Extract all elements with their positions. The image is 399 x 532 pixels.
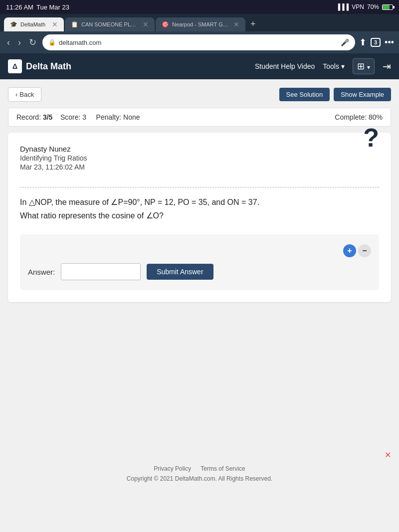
back-button-label: Back xyxy=(19,91,34,98)
status-time: 11:26 AM xyxy=(6,3,33,11)
tab-cansomeone-title: CAN SOMEONE PLEASE xyxy=(81,21,140,27)
status-bar: 11:26 AM Tue Mar 23 ▐▐▐ VPN 70% xyxy=(0,0,399,14)
tab-cansomeone-icon: 📋 xyxy=(71,21,78,28)
status-bar-right: ▐▐▐ VPN 70% xyxy=(336,3,393,10)
answer-input[interactable] xyxy=(61,263,141,280)
student-help-video-button[interactable]: Student Help Video xyxy=(255,62,315,70)
calculator-arrow: ▾ xyxy=(367,64,370,71)
submit-answer-button[interactable]: Submit Answer xyxy=(147,264,213,280)
tab-count-badge[interactable]: 3 xyxy=(371,38,381,47)
tools-chevron-icon: ▾ xyxy=(341,62,345,70)
complete-info: Complete: 80% xyxy=(335,113,383,121)
tab-cansomeone-close[interactable]: ✕ xyxy=(143,20,149,28)
address-bar-row: ‹ › ↻ 🔒 deltamath.com 🎤 ⬆ 3 ••• xyxy=(0,31,399,53)
submit-answer-label: Submit Answer xyxy=(157,268,203,276)
address-bar[interactable]: 🔒 deltamath.com 🎤 xyxy=(42,34,355,50)
calculator-button[interactable]: ⊞ ▾ xyxy=(353,58,375,74)
record-info: Record: 3/5 Score: 3 Penalty: None xyxy=(16,113,140,121)
zoom-in-button[interactable]: + xyxy=(343,244,356,257)
help-question-icon[interactable]: ? xyxy=(363,125,379,151)
tab-deltamath-icon: 🎓 xyxy=(10,21,17,28)
battery-level: 70% xyxy=(367,3,379,10)
vpn-icon: VPN xyxy=(352,3,364,10)
record-label: Record: xyxy=(16,113,41,121)
student-help-video-label: Student Help Video xyxy=(255,62,315,70)
tab-deltamath[interactable]: 🎓 DeltaMath ✕ xyxy=(4,17,64,31)
status-day: Tue Mar 23 xyxy=(36,3,69,11)
microphone-icon[interactable]: 🎤 xyxy=(341,38,349,46)
timestamp: Mar 23, 11:26:02 AM xyxy=(20,163,87,171)
exit-button[interactable]: ⇥ xyxy=(383,60,391,72)
question-line-2: What ratio represents the cosine of ∠O? xyxy=(20,209,379,222)
app-logo-icon: Δ xyxy=(8,59,22,73)
battery-icon xyxy=(382,4,393,10)
student-name: Dynasty Nunez xyxy=(20,145,87,153)
status-bar-left: 11:26 AM Tue Mar 23 xyxy=(6,3,69,11)
more-options-icon[interactable]: ••• xyxy=(385,37,394,48)
footer-links: Privacy Policy Terms of Service ✕ xyxy=(8,465,391,472)
tab-deltamath-close[interactable]: ✕ xyxy=(52,20,58,28)
answer-section: + − Answer: Submit Answer xyxy=(20,234,379,290)
new-tab-button[interactable]: + xyxy=(246,17,260,31)
tools-label: Tools xyxy=(323,62,339,70)
question-text: In △NOP, the measure of ∠P=90°, NP = 12,… xyxy=(20,195,379,222)
app-header: Δ Delta Math Student Help Video Tools ▾ … xyxy=(0,53,399,79)
penalty-label: Penalty: None xyxy=(96,113,140,121)
complete-label: Complete: 80% xyxy=(335,113,383,121)
question-card: Dynasty Nunez Identifying Trig Ratios Ma… xyxy=(8,133,391,302)
cellular-icon: ▐▐▐ xyxy=(336,3,349,10)
tools-button[interactable]: Tools ▾ xyxy=(323,62,345,70)
app-name: Delta Math xyxy=(26,61,71,72)
zoom-out-button[interactable]: − xyxy=(358,244,371,257)
record-value: 3/5 xyxy=(43,113,52,121)
show-example-button[interactable]: Show Example xyxy=(334,88,391,101)
back-button[interactable]: ‹ Back xyxy=(8,87,41,102)
tab-nearpod-title: Nearpod - SMART Goals xyxy=(172,21,230,27)
terms-of-service-link[interactable]: Terms of Service xyxy=(200,465,245,472)
see-solution-button[interactable]: See Solution xyxy=(279,88,330,101)
answer-controls-top: + − xyxy=(28,244,371,257)
exit-icon: ⇥ xyxy=(383,61,391,72)
question-line-1: In △NOP, the measure of ∠P=90°, NP = 12,… xyxy=(20,195,379,209)
tab-bar: 🎓 DeltaMath ✕ 📋 CAN SOMEONE PLEASE ✕ 🎯 N… xyxy=(0,14,399,31)
see-solution-label: See Solution xyxy=(286,91,323,98)
answer-label: Answer: xyxy=(28,268,55,276)
browser-actions: ⬆ 3 ••• xyxy=(359,37,394,48)
tab-cansomeone[interactable]: 📋 CAN SOMEONE PLEASE ✕ xyxy=(65,17,155,31)
score-label: Score: 3 xyxy=(60,113,86,121)
action-buttons: See Solution Show Example xyxy=(279,88,391,101)
tab-nearpod-icon: 🎯 xyxy=(162,21,169,28)
answer-row: Answer: Submit Answer xyxy=(28,263,371,280)
footer: Privacy Policy Terms of Service ✕ Copyri… xyxy=(0,453,399,490)
privacy-policy-link[interactable]: Privacy Policy xyxy=(154,465,191,472)
page-content: ‹ Back See Solution Show Example Record:… xyxy=(0,79,399,453)
divider xyxy=(20,187,379,187)
tab-deltamath-title: DeltaMath xyxy=(20,21,49,27)
delta-symbol: Δ xyxy=(12,62,17,70)
tab-nearpod-close[interactable]: ✕ xyxy=(233,20,239,28)
record-bar: Record: 3/5 Score: 3 Penalty: None Compl… xyxy=(8,108,391,127)
header-actions: Student Help Video Tools ▾ ⊞ ▾ ⇥ xyxy=(255,58,391,74)
calculator-icon: ⊞ xyxy=(357,61,365,71)
subject-name: Identifying Trig Ratios xyxy=(20,154,87,162)
back-arrow-icon: ‹ xyxy=(15,91,17,98)
tab-nearpod[interactable]: 🎯 Nearpod - SMART Goals ✕ xyxy=(156,17,245,31)
back-nav-button[interactable]: ‹ xyxy=(5,36,12,49)
reload-button[interactable]: ↻ xyxy=(27,36,38,49)
app-logo: Δ Delta Math xyxy=(8,59,255,73)
forward-nav-button[interactable]: › xyxy=(16,36,23,49)
top-action-bar: ‹ Back See Solution Show Example xyxy=(8,87,391,102)
browser-chrome: 🎓 DeltaMath ✕ 📋 CAN SOMEONE PLEASE ✕ 🎯 N… xyxy=(0,14,399,53)
share-icon[interactable]: ⬆ xyxy=(359,37,367,48)
student-info: Dynasty Nunez Identifying Trig Ratios Ma… xyxy=(20,145,87,171)
show-example-label: Show Example xyxy=(341,91,384,98)
footer-close-button[interactable]: ✕ xyxy=(385,450,391,460)
lock-icon: 🔒 xyxy=(48,39,56,46)
url-text: deltamath.com xyxy=(59,39,338,46)
copyright-text: Copyright © 2021 DeltaMath.com. All Righ… xyxy=(8,475,391,482)
